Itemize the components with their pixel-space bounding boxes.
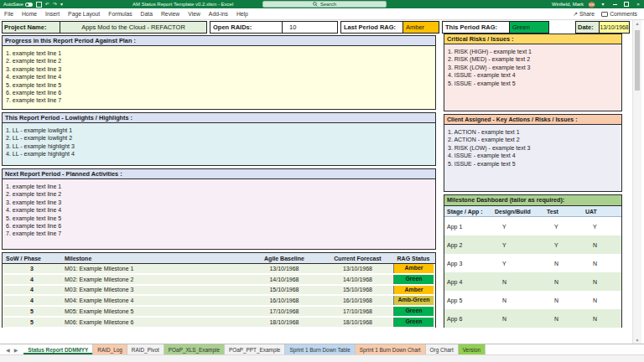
sheet-tab-burndown-table[interactable]: Sprint 1 Burn Down Table <box>285 344 355 354</box>
text-line[interactable]: 4. example text line 4 <box>6 73 435 80</box>
dashboard-row[interactable]: App 3 Y N N <box>444 254 621 272</box>
sheet-tab-status-report[interactable]: Status Report DDMMYY <box>23 344 93 354</box>
sheet-tab-raid-log[interactable]: RAID_Log <box>93 344 127 354</box>
rag-status-badge[interactable]: Green <box>393 307 434 316</box>
open-raids-value[interactable]: 10 <box>282 22 337 33</box>
panel-client-body[interactable]: 1. ACTION - example text 1 2. ACTION - e… <box>444 125 621 191</box>
cell-design[interactable]: Y <box>495 242 547 248</box>
cell-uat[interactable]: N <box>585 279 619 285</box>
text-line[interactable]: 2. example text line 2 <box>6 190 435 198</box>
table-row[interactable]: 4 M02: Example Milestone 2 14/10/1968 14… <box>3 275 435 286</box>
cell-app[interactable]: App 3 <box>444 261 495 266</box>
table-row[interactable]: 5 M06: Example Milestone 6 18/10/1968 18… <box>3 318 435 328</box>
scroll-up-icon[interactable]: ▲ <box>633 20 641 27</box>
ribbon-tab-formulas[interactable]: Formulas <box>104 11 136 17</box>
cell-phase[interactable]: 4 <box>3 297 61 303</box>
dashboard-row[interactable]: App 4 N N N <box>444 272 621 291</box>
table-row[interactable]: 3 M01: Example Milestone 1 13/10/1968 13… <box>3 264 435 275</box>
date-value[interactable]: 13/10/1968 <box>599 22 629 33</box>
text-line[interactable]: 1. example text line 1 <box>6 183 435 190</box>
cell-milestone[interactable]: M05: Example Milestone 5 <box>61 308 247 314</box>
cell-phase[interactable]: 5 <box>3 308 61 314</box>
cell-baseline[interactable]: 15/10/1968 <box>247 287 322 292</box>
sheet-tab-org-chart[interactable]: Org Chart <box>426 344 459 354</box>
cell-design[interactable]: N <box>495 316 547 322</box>
cell-test[interactable]: N <box>547 297 585 303</box>
rag-status-badge[interactable]: Amb-Green <box>393 296 434 305</box>
ribbon-tab-file[interactable]: File <box>0 11 18 17</box>
cell-phase[interactable]: 5 <box>3 319 61 325</box>
text-line[interactable]: 6. example text line 6 <box>6 222 435 230</box>
last-period-rag-value[interactable]: Amber <box>402 22 439 33</box>
cell-test[interactable]: Y <box>547 224 585 230</box>
rag-status-badge[interactable]: Green <box>393 275 434 284</box>
text-line[interactable]: 6. example text line 6 <box>6 89 435 96</box>
cell-forecast[interactable]: 15/10/1968 <box>322 287 393 292</box>
sheet-tab-raid-pivot[interactable]: RAID_Pivot <box>127 344 164 354</box>
cell-design[interactable]: N <box>495 279 547 285</box>
text-line[interactable]: 1. RISK (HIGH) - example text 1 <box>448 48 621 55</box>
text-line[interactable]: 4. ISSUE - example text 4 <box>448 152 621 159</box>
panel-progress-body[interactable]: 1. example text line 1 2. example text l… <box>3 46 435 109</box>
ribbon-tab-help[interactable]: Help <box>232 11 252 17</box>
cell-uat[interactable]: N <box>585 261 619 266</box>
cell-app[interactable]: App 5 <box>444 297 495 303</box>
cell-phase[interactable]: 4 <box>3 277 61 282</box>
cell-uat[interactable]: N <box>585 316 619 322</box>
text-line[interactable]: 3. example text line 3 <box>6 65 435 73</box>
share-button[interactable]: ↗ Share <box>573 11 595 18</box>
scroll-down-icon[interactable]: ▼ <box>633 337 641 344</box>
cell-phase[interactable]: 4 <box>3 287 61 292</box>
ribbon-tab-view[interactable]: View <box>184 11 205 17</box>
cell-baseline[interactable]: 18/10/1968 <box>247 319 322 325</box>
project-name-value[interactable]: Apps Mod to the Cloud - REFACTOR <box>60 22 206 33</box>
text-line[interactable]: 3. example text line 3 <box>6 199 435 206</box>
sheet-tab-version[interactable]: Version <box>459 344 486 354</box>
text-line[interactable]: 4. LL - example highlight 4 <box>6 150 435 158</box>
cell-forecast[interactable]: 17/10/1968 <box>322 308 393 314</box>
text-line[interactable]: 1. ACTION - example text 1 <box>448 128 621 136</box>
cell-forecast[interactable]: 13/10/1968 <box>322 266 393 272</box>
rag-status-badge[interactable]: Amber <box>393 286 434 295</box>
cell-app[interactable]: App 1 <box>444 224 495 230</box>
text-line[interactable]: 7. example text line 7 <box>6 230 435 237</box>
ribbon-tab-insert[interactable]: Insert <box>41 11 64 17</box>
cell-forecast[interactable]: 14/10/1968 <box>322 277 393 282</box>
text-line[interactable]: 1. example text line 1 <box>6 49 435 57</box>
text-line[interactable]: 3. RISK (LOW) - example text 3 <box>448 144 621 152</box>
sheet-tab-poap-xls[interactable]: POaP_XLS_Example <box>164 344 225 354</box>
redo-icon[interactable]: ↷ <box>53 0 57 8</box>
text-line[interactable]: 2. ACTION - example text 2 <box>448 136 621 143</box>
vertical-scrollbar[interactable]: ▲ ▼ <box>632 20 641 344</box>
comments-button[interactable]: Comments <box>601 11 637 17</box>
minimize-button[interactable] <box>611 0 618 8</box>
close-button[interactable]: × <box>635 0 641 8</box>
rag-status-badge[interactable]: Green <box>393 318 434 327</box>
table-row[interactable]: 5 M05: Example Milestone 5 17/10/1968 17… <box>3 307 435 318</box>
this-period-rag-value[interactable]: Green <box>509 22 548 33</box>
cell-uat[interactable]: N <box>585 297 619 303</box>
cell-milestone[interactable]: M01: Example Milestone 1 <box>61 266 247 272</box>
cell-baseline[interactable]: 14/10/1968 <box>247 277 322 282</box>
save-icon[interactable] <box>36 2 42 8</box>
text-line[interactable]: 2. LL - example lowlight 2 <box>6 134 435 142</box>
table-row[interactable]: 4 M03: Example Milestone 3 15/10/1968 15… <box>3 286 435 297</box>
dashboard-row[interactable]: App 1 Y Y Y <box>444 217 621 235</box>
sheet-nav-left-icon[interactable]: ◀ <box>6 347 10 353</box>
text-line[interactable]: 1. LL - example lowlight 1 <box>6 127 435 134</box>
dashboard-row[interactable]: App 2 Y Y N <box>444 235 621 254</box>
ribbon-display-options-icon[interactable]: ▾ <box>600 0 606 8</box>
text-line[interactable]: 2. example text line 2 <box>6 57 435 65</box>
text-line[interactable]: 5. ISSUE - example text 5 <box>448 160 621 168</box>
cell-phase[interactable]: 3 <box>3 266 61 272</box>
text-line[interactable]: 5. example text line 5 <box>6 81 435 89</box>
ribbon-tab-home[interactable]: Home <box>18 11 41 17</box>
cell-milestone[interactable]: M02: Example Milestone 2 <box>61 277 247 282</box>
text-line[interactable]: 3. LL - example highlight 3 <box>6 142 435 150</box>
cell-test[interactable]: N <box>547 316 585 322</box>
ribbon-tab-addins[interactable]: Add-ins <box>205 11 232 17</box>
text-line[interactable]: 2. RISK (MED) - example text 2 <box>448 55 621 63</box>
cell-design[interactable]: Y <box>495 224 547 230</box>
sheet-nav-right-icon[interactable]: ▶ <box>14 347 18 353</box>
search-box[interactable]: Search <box>262 1 387 8</box>
